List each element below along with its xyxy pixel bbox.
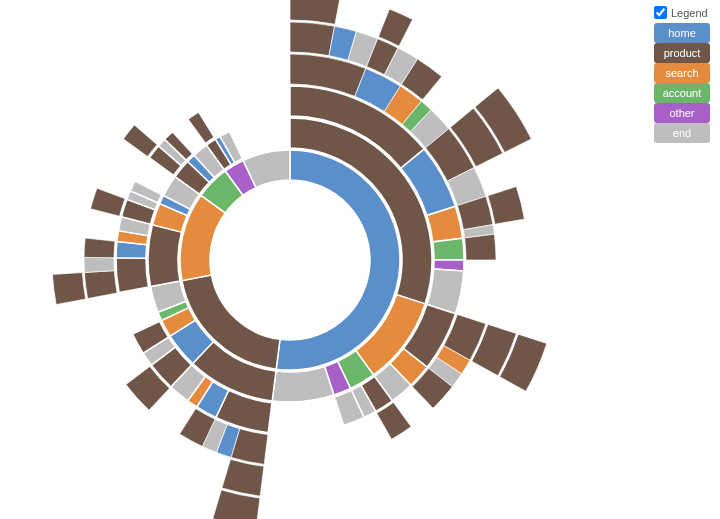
legend-title: Legend [671,7,708,19]
sunburst-arc-product[interactable] [52,273,85,305]
legend-item-home[interactable]: home [654,23,710,43]
sunburst-arc-product[interactable] [123,125,157,157]
sunburst-arc-product[interactable] [148,225,182,287]
legend-item-end[interactable]: end [654,123,710,143]
legend-toggle[interactable]: Legend [654,6,710,19]
sunburst-arc-product[interactable] [222,459,264,496]
sunburst-arc-product[interactable] [84,238,115,258]
sunburst-arc-product[interactable] [378,9,412,46]
legend-panel: Legend homeproductsearchaccountotherend [654,6,710,143]
sunburst-arc-product[interactable] [488,186,525,224]
legend-item-product[interactable]: product [654,43,710,63]
legend-checkbox[interactable] [654,6,667,19]
sunburst-arc-account[interactable] [433,238,464,260]
sunburst-arc-end[interactable] [84,257,114,272]
sunburst-chart[interactable] [0,0,640,519]
sunburst-arc-product[interactable] [116,258,149,293]
sunburst-arc-product[interactable] [465,234,496,260]
sunburst-arc-product[interactable] [90,188,125,216]
legend-item-search[interactable]: search [654,63,710,83]
legend-item-account[interactable]: account [654,83,710,103]
sunburst-arc-product[interactable] [290,22,335,56]
sunburst-arc-product[interactable] [188,112,215,144]
sunburst-arc-end[interactable] [272,367,334,402]
sunburst-arc-product[interactable] [84,271,117,299]
sunburst-arc-product[interactable] [290,0,341,24]
legend-item-other[interactable]: other [654,103,710,123]
